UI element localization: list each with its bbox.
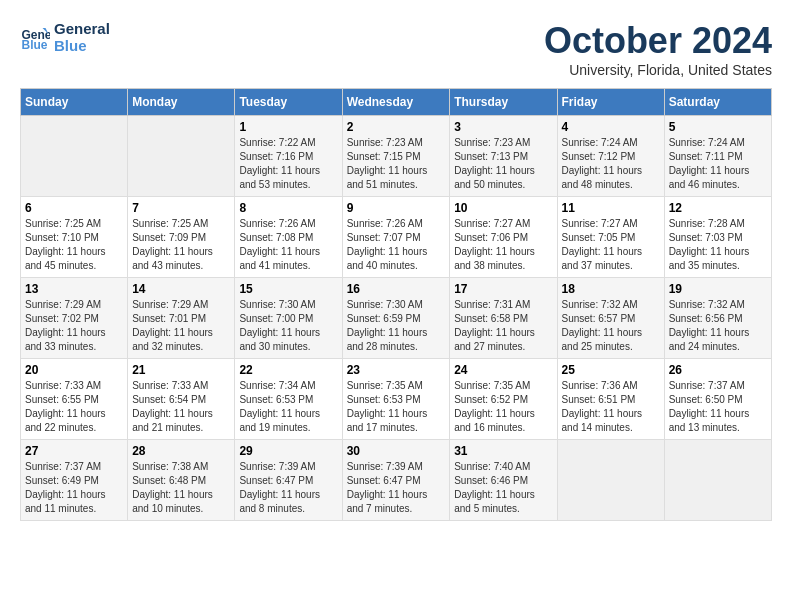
day-number: 27	[25, 444, 123, 458]
day-detail: Sunrise: 7:30 AM Sunset: 7:00 PM Dayligh…	[239, 298, 337, 354]
day-detail: Sunrise: 7:39 AM Sunset: 6:47 PM Dayligh…	[239, 460, 337, 516]
svg-text:Blue: Blue	[22, 38, 48, 52]
calendar-cell: 4 Sunrise: 7:24 AM Sunset: 7:12 PM Dayli…	[557, 116, 664, 197]
day-detail: Sunrise: 7:34 AM Sunset: 6:53 PM Dayligh…	[239, 379, 337, 435]
day-detail: Sunrise: 7:25 AM Sunset: 7:10 PM Dayligh…	[25, 217, 123, 273]
weekday-header-sunday: Sunday	[21, 89, 128, 116]
calendar-week-row: 6 Sunrise: 7:25 AM Sunset: 7:10 PM Dayli…	[21, 197, 772, 278]
day-detail: Sunrise: 7:30 AM Sunset: 6:59 PM Dayligh…	[347, 298, 446, 354]
day-detail: Sunrise: 7:33 AM Sunset: 6:54 PM Dayligh…	[132, 379, 230, 435]
calendar-cell: 25 Sunrise: 7:36 AM Sunset: 6:51 PM Dayl…	[557, 359, 664, 440]
month-title: October 2024	[544, 20, 772, 62]
day-number: 3	[454, 120, 552, 134]
logo-line1: General	[54, 20, 110, 37]
calendar-cell: 28 Sunrise: 7:38 AM Sunset: 6:48 PM Dayl…	[128, 440, 235, 521]
day-number: 21	[132, 363, 230, 377]
calendar-cell: 10 Sunrise: 7:27 AM Sunset: 7:06 PM Dayl…	[450, 197, 557, 278]
calendar-cell: 17 Sunrise: 7:31 AM Sunset: 6:58 PM Dayl…	[450, 278, 557, 359]
calendar-week-row: 13 Sunrise: 7:29 AM Sunset: 7:02 PM Dayl…	[21, 278, 772, 359]
day-number: 30	[347, 444, 446, 458]
calendar-cell: 18 Sunrise: 7:32 AM Sunset: 6:57 PM Dayl…	[557, 278, 664, 359]
day-detail: Sunrise: 7:37 AM Sunset: 6:49 PM Dayligh…	[25, 460, 123, 516]
calendar-cell: 19 Sunrise: 7:32 AM Sunset: 6:56 PM Dayl…	[664, 278, 771, 359]
day-number: 25	[562, 363, 660, 377]
day-detail: Sunrise: 7:26 AM Sunset: 7:08 PM Dayligh…	[239, 217, 337, 273]
calendar-cell: 5 Sunrise: 7:24 AM Sunset: 7:11 PM Dayli…	[664, 116, 771, 197]
calendar-week-row: 20 Sunrise: 7:33 AM Sunset: 6:55 PM Dayl…	[21, 359, 772, 440]
day-detail: Sunrise: 7:35 AM Sunset: 6:53 PM Dayligh…	[347, 379, 446, 435]
location-subtitle: University, Florida, United States	[544, 62, 772, 78]
day-number: 20	[25, 363, 123, 377]
day-detail: Sunrise: 7:28 AM Sunset: 7:03 PM Dayligh…	[669, 217, 767, 273]
day-number: 5	[669, 120, 767, 134]
day-number: 10	[454, 201, 552, 215]
day-detail: Sunrise: 7:29 AM Sunset: 7:01 PM Dayligh…	[132, 298, 230, 354]
day-detail: Sunrise: 7:39 AM Sunset: 6:47 PM Dayligh…	[347, 460, 446, 516]
calendar-cell: 23 Sunrise: 7:35 AM Sunset: 6:53 PM Dayl…	[342, 359, 450, 440]
day-number: 8	[239, 201, 337, 215]
calendar-cell: 24 Sunrise: 7:35 AM Sunset: 6:52 PM Dayl…	[450, 359, 557, 440]
day-number: 26	[669, 363, 767, 377]
day-number: 16	[347, 282, 446, 296]
day-number: 31	[454, 444, 552, 458]
calendar-cell: 6 Sunrise: 7:25 AM Sunset: 7:10 PM Dayli…	[21, 197, 128, 278]
day-detail: Sunrise: 7:24 AM Sunset: 7:12 PM Dayligh…	[562, 136, 660, 192]
logo: General Blue General Blue	[20, 20, 110, 54]
day-detail: Sunrise: 7:37 AM Sunset: 6:50 PM Dayligh…	[669, 379, 767, 435]
calendar-cell: 26 Sunrise: 7:37 AM Sunset: 6:50 PM Dayl…	[664, 359, 771, 440]
calendar-week-row: 27 Sunrise: 7:37 AM Sunset: 6:49 PM Dayl…	[21, 440, 772, 521]
calendar-cell: 2 Sunrise: 7:23 AM Sunset: 7:15 PM Dayli…	[342, 116, 450, 197]
calendar-cell: 12 Sunrise: 7:28 AM Sunset: 7:03 PM Dayl…	[664, 197, 771, 278]
day-detail: Sunrise: 7:32 AM Sunset: 6:57 PM Dayligh…	[562, 298, 660, 354]
weekday-header-saturday: Saturday	[664, 89, 771, 116]
calendar-cell: 7 Sunrise: 7:25 AM Sunset: 7:09 PM Dayli…	[128, 197, 235, 278]
day-number: 18	[562, 282, 660, 296]
calendar-cell: 29 Sunrise: 7:39 AM Sunset: 6:47 PM Dayl…	[235, 440, 342, 521]
calendar-cell: 16 Sunrise: 7:30 AM Sunset: 6:59 PM Dayl…	[342, 278, 450, 359]
weekday-header-tuesday: Tuesday	[235, 89, 342, 116]
day-number: 24	[454, 363, 552, 377]
day-detail: Sunrise: 7:33 AM Sunset: 6:55 PM Dayligh…	[25, 379, 123, 435]
day-detail: Sunrise: 7:29 AM Sunset: 7:02 PM Dayligh…	[25, 298, 123, 354]
day-number: 1	[239, 120, 337, 134]
calendar-cell: 21 Sunrise: 7:33 AM Sunset: 6:54 PM Dayl…	[128, 359, 235, 440]
calendar-cell: 14 Sunrise: 7:29 AM Sunset: 7:01 PM Dayl…	[128, 278, 235, 359]
day-number: 7	[132, 201, 230, 215]
day-number: 12	[669, 201, 767, 215]
day-number: 29	[239, 444, 337, 458]
calendar-cell: 13 Sunrise: 7:29 AM Sunset: 7:02 PM Dayl…	[21, 278, 128, 359]
calendar-table: SundayMondayTuesdayWednesdayThursdayFrid…	[20, 88, 772, 521]
day-number: 9	[347, 201, 446, 215]
day-number: 14	[132, 282, 230, 296]
calendar-cell	[21, 116, 128, 197]
day-detail: Sunrise: 7:27 AM Sunset: 7:05 PM Dayligh…	[562, 217, 660, 273]
calendar-cell	[128, 116, 235, 197]
day-detail: Sunrise: 7:38 AM Sunset: 6:48 PM Dayligh…	[132, 460, 230, 516]
day-detail: Sunrise: 7:40 AM Sunset: 6:46 PM Dayligh…	[454, 460, 552, 516]
calendar-header-row: SundayMondayTuesdayWednesdayThursdayFrid…	[21, 89, 772, 116]
day-detail: Sunrise: 7:26 AM Sunset: 7:07 PM Dayligh…	[347, 217, 446, 273]
calendar-cell	[557, 440, 664, 521]
day-detail: Sunrise: 7:23 AM Sunset: 7:13 PM Dayligh…	[454, 136, 552, 192]
calendar-cell	[664, 440, 771, 521]
day-detail: Sunrise: 7:36 AM Sunset: 6:51 PM Dayligh…	[562, 379, 660, 435]
title-block: October 2024 University, Florida, United…	[544, 20, 772, 78]
day-number: 11	[562, 201, 660, 215]
day-detail: Sunrise: 7:25 AM Sunset: 7:09 PM Dayligh…	[132, 217, 230, 273]
calendar-cell: 31 Sunrise: 7:40 AM Sunset: 6:46 PM Dayl…	[450, 440, 557, 521]
day-number: 22	[239, 363, 337, 377]
calendar-week-row: 1 Sunrise: 7:22 AM Sunset: 7:16 PM Dayli…	[21, 116, 772, 197]
calendar-cell: 3 Sunrise: 7:23 AM Sunset: 7:13 PM Dayli…	[450, 116, 557, 197]
calendar-cell: 8 Sunrise: 7:26 AM Sunset: 7:08 PM Dayli…	[235, 197, 342, 278]
day-detail: Sunrise: 7:22 AM Sunset: 7:16 PM Dayligh…	[239, 136, 337, 192]
calendar-cell: 15 Sunrise: 7:30 AM Sunset: 7:00 PM Dayl…	[235, 278, 342, 359]
calendar-cell: 22 Sunrise: 7:34 AM Sunset: 6:53 PM Dayl…	[235, 359, 342, 440]
page-header: General Blue General Blue October 2024 U…	[20, 20, 772, 78]
calendar-cell: 20 Sunrise: 7:33 AM Sunset: 6:55 PM Dayl…	[21, 359, 128, 440]
day-detail: Sunrise: 7:24 AM Sunset: 7:11 PM Dayligh…	[669, 136, 767, 192]
day-detail: Sunrise: 7:23 AM Sunset: 7:15 PM Dayligh…	[347, 136, 446, 192]
weekday-header-friday: Friday	[557, 89, 664, 116]
day-number: 28	[132, 444, 230, 458]
day-number: 6	[25, 201, 123, 215]
day-detail: Sunrise: 7:35 AM Sunset: 6:52 PM Dayligh…	[454, 379, 552, 435]
